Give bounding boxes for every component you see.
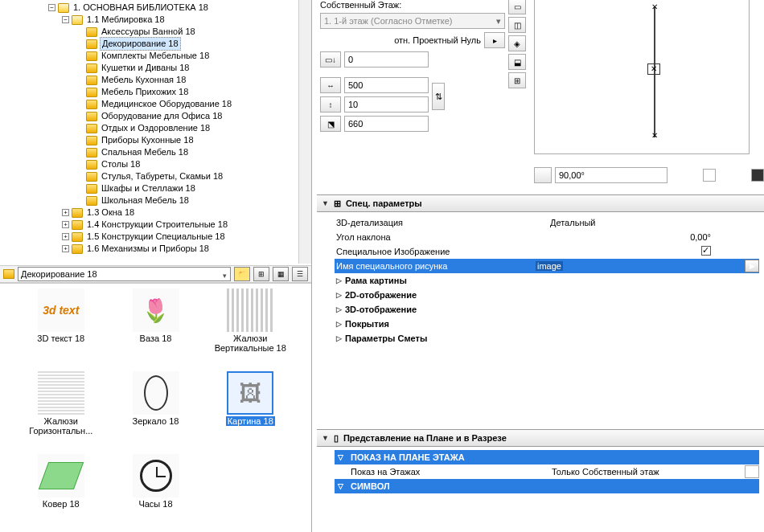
tool-axo-icon[interactable]: ◈ [508, 35, 526, 51]
list-item-selected[interactable]: 🖼Картина 18 [213, 371, 287, 451]
spec-row[interactable]: Угол наклона0,00° [335, 230, 759, 244]
tree-item[interactable]: Аксессуары Ванной 18 [86, 26, 310, 38]
story-dropdown[interactable]: 1. 1-й этаж (Согласно Отметке) [320, 13, 505, 29]
view-folder-button[interactable]: 📁 [234, 267, 250, 281]
tree-sub1[interactable]: −1.1 Меблировка 18 [62, 14, 310, 26]
spec-row-selected[interactable]: Имя специального рисункаimage▶ [335, 259, 759, 273]
tree-item[interactable]: Мебель Прихожих 18 [86, 86, 310, 98]
rel-zero-menu[interactable]: ▸ [484, 32, 505, 48]
tree-item[interactable]: Шкафы и Стеллажи 18 [86, 182, 310, 194]
mirror-v-button[interactable] [751, 169, 764, 182]
spec-params-icon: ⊞ [334, 198, 341, 209]
folder-name-dropdown[interactable]: Декорирование 18 [18, 267, 231, 281]
thumbnails-grid: 3d text3D текст 18 🌷Ваза 18 Жалюзи Верти… [0, 283, 311, 529]
depth-icon: ⬔ [320, 116, 341, 132]
library-bar: Декорирование 18 📁 ⊞ ▦ ☰ [0, 265, 311, 283]
properties-panel: Собственный Этаж: 1. 1-й этаж (Согласно … [317, 0, 764, 532]
tree-root[interactable]: −1. ОСНОВНАЯ БИБЛИОТЕКА 18 [48, 2, 310, 14]
spec-params-title: Спец. параметры [346, 198, 422, 208]
height-icon: ↕ [320, 96, 341, 113]
rel-zero-label: отн. Проектный Нуль [394, 35, 481, 45]
spec-checkbox[interactable] [701, 246, 711, 256]
plan-row[interactable]: Показ на ЭтажахТолько Собственный этаж [335, 464, 759, 479]
z-input[interactable] [344, 51, 429, 68]
tree-more[interactable]: +1.5 Конструкции Специальные 18 [62, 231, 310, 243]
tree-item[interactable]: Приборы Кухонные 18 [86, 134, 310, 146]
folder-icon [3, 269, 14, 279]
plan-section-header[interactable]: ▼ ▯ Представление на Плане и в Разрезе [317, 429, 764, 447]
list-item[interactable]: Зеркало 18 [119, 371, 193, 451]
browse-button[interactable]: ▶ [745, 260, 759, 272]
view-list-button[interactable]: ☰ [292, 267, 308, 281]
tree-item[interactable]: Стулья, Табуреты, Скамьи 18 [86, 170, 310, 182]
plan-section-title: Представление на Плане и в Разрезе [343, 433, 507, 443]
story-picker-button[interactable] [745, 465, 759, 478]
list-item[interactable]: 🌷Ваза 18 [119, 289, 193, 368]
spec-group[interactable]: 3D-отображение [335, 302, 759, 317]
plan-section-icon: ▯ [334, 433, 339, 444]
collapse-icon: ▼ [322, 199, 329, 207]
depth-input[interactable] [344, 116, 429, 132]
list-item[interactable]: Жалюзи Горизонтальн... [24, 371, 98, 451]
tree-more[interactable]: +1.4 Конструкции Строительные 18 [62, 219, 310, 231]
vertical-scrollbar[interactable] [298, 0, 311, 264]
tool-plan-icon[interactable]: ▭ [508, 0, 526, 14]
tree-item[interactable]: Отдых и Оздоровление 18 [86, 122, 310, 134]
tool-mesh-icon[interactable]: ⊞ [508, 72, 526, 88]
z-icon: ▭↓ [320, 51, 341, 68]
tree-item[interactable]: Мебель Кухонная 18 [86, 74, 310, 86]
tool-3d-icon[interactable]: ◫ [508, 17, 526, 33]
tree-item[interactable]: Столы 18 [86, 158, 310, 170]
angle-input[interactable] [555, 167, 667, 183]
spec-group[interactable]: Параметры Сметы [335, 331, 759, 346]
collapse-icon: ▼ [322, 434, 329, 442]
plan-sub-header[interactable]: ПОКАЗ НА ПЛАНЕ ЭТАЖА [335, 450, 759, 464]
spec-group[interactable]: 2D-отображение [335, 288, 759, 302]
list-item[interactable]: Жалюзи Вертикальные 18 [213, 289, 287, 368]
list-item[interactable]: Часы 18 [119, 454, 193, 524]
tree-item[interactable]: Кушетки и Диваны 18 [86, 62, 310, 74]
spec-group[interactable]: Покрытия [335, 317, 759, 331]
tree-item[interactable]: Комплекты Мебельные 18 [86, 50, 310, 62]
tool-elev-icon[interactable]: ⬓ [508, 54, 526, 70]
tree-item[interactable]: Спальная Мебель 18 [86, 146, 310, 158]
plan-sub-header[interactable]: СИМВОЛ [335, 479, 759, 493]
spec-group[interactable]: Рама картины [335, 273, 759, 288]
tree-more[interactable]: +1.6 Механизмы и Приборы 18 [62, 243, 310, 255]
spec-row[interactable]: Специальное Изображение [335, 244, 759, 259]
width-input[interactable] [344, 77, 429, 93]
plan-section-body: ПОКАЗ НА ПЛАНЕ ЭТАЖА Показ на ЭтажахТоль… [317, 447, 764, 497]
spec-params-body: 3D-детализацияДетальный Угол наклона0,00… [317, 212, 764, 349]
own-story-label: Собственный Этаж: [320, 0, 401, 10]
mirror-h-button[interactable] [703, 169, 716, 182]
view-small-icons-button[interactable]: ▦ [273, 267, 289, 281]
tree-item[interactable]: Оборудование для Офиса 18 [86, 110, 310, 122]
spec-row[interactable]: 3D-детализацияДетальный [335, 215, 759, 230]
list-item[interactable]: Ковер 18 [24, 454, 98, 524]
tree-more[interactable]: +1.3 Окна 18 [62, 207, 310, 219]
preview-canvas[interactable]: ✕ ✕ ✕ [534, 0, 750, 154]
library-panel: −1. ОСНОВНАЯ БИБЛИОТЕКА 18 −1.1 Меблиров… [0, 0, 312, 532]
preview-tools: ▭ ◫ ◈ ⬓ ⊞ [508, 0, 528, 91]
tree-item-selected[interactable]: Декорирование 18 [86, 38, 310, 50]
height-input[interactable] [344, 96, 429, 113]
library-tree[interactable]: −1. ОСНОВНАЯ БИБЛИОТЕКА 18 −1.1 Меблиров… [0, 0, 311, 265]
tree-item[interactable]: Медицинское Оборудование 18 [86, 98, 310, 110]
spec-params-header[interactable]: ▼ ⊞ Спец. параметры [317, 194, 764, 212]
link-dimensions-button[interactable]: ⇅ [432, 83, 445, 110]
list-item[interactable]: 3d text3D текст 18 [24, 289, 98, 368]
angle-icon [534, 167, 552, 183]
view-large-icons-button[interactable]: ⊞ [253, 267, 269, 281]
width-icon: ↔ [320, 77, 341, 93]
tree-item[interactable]: Школьная Мебель 18 [86, 194, 310, 207]
